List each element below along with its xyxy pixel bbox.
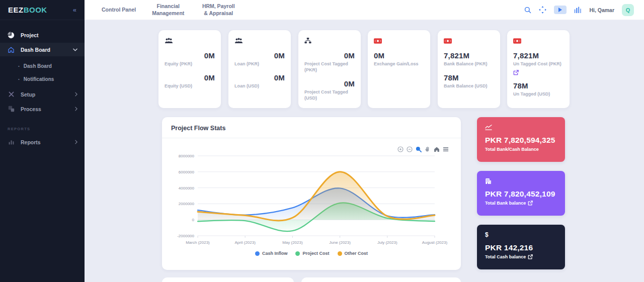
- external-link-icon[interactable]: [513, 68, 519, 77]
- svg-text:August (2023): August (2023): [422, 240, 448, 245]
- summary-value: PKR 7,820,594,325: [485, 136, 557, 145]
- svg-text:6000000: 6000000: [179, 170, 195, 174]
- svg-text:0: 0: [192, 218, 195, 222]
- metric-label: Loan (USD): [234, 83, 285, 89]
- chevron-right-icon: [75, 140, 77, 144]
- legend-item[interactable]: Other Cost: [338, 251, 368, 256]
- tools-icon: [7, 91, 15, 98]
- flow-chart-plot[interactable]: 80000006000000400000020000000-2000000Mar…: [166, 143, 457, 250]
- selection-zoom-icon[interactable]: [416, 146, 422, 152]
- legend-dot-icon: [295, 251, 300, 256]
- sidebar-item-label: Process: [21, 106, 41, 112]
- sidebar: EEZBOOK « Project Dash Board Dash Boar: [0, 0, 85, 282]
- metric-value: 7,821M: [444, 51, 494, 60]
- home-icon: [7, 46, 15, 53]
- legend-label: Project Cost: [302, 251, 329, 256]
- external-link-icon[interactable]: [528, 201, 533, 206]
- external-link-icon[interactable]: [528, 254, 533, 259]
- sidebar-item-label: Dash Board: [21, 47, 50, 53]
- metric-value: 0M: [165, 73, 215, 82]
- chart-title: Project Flow Stats: [162, 117, 461, 138]
- logo-text-accent: BOOK: [24, 6, 47, 14]
- sidebar-item-reports[interactable]: Reports: [0, 135, 85, 149]
- bank-building-icon: [485, 177, 557, 184]
- zoom-in-icon[interactable]: [397, 146, 404, 152]
- stat-card-project-cost-tagged: 0M Project Cost Tagged (PKR) 0M Project …: [298, 30, 361, 108]
- subitem-label: Dash Board: [24, 63, 52, 69]
- zoom-out-icon[interactable]: [407, 146, 413, 152]
- nav-financial-management[interactable]: Financial Management: [150, 3, 186, 16]
- legend-label: Cash Inflow: [262, 251, 288, 256]
- bar-chart-icon: [7, 139, 15, 145]
- metric-value: 0M: [304, 51, 355, 60]
- play-button[interactable]: [554, 6, 567, 14]
- chart-toolbar: [397, 146, 449, 152]
- metric-label: Project Cost Tagged (USD): [304, 89, 355, 101]
- metric-label: Exchange Gain/Loss: [374, 61, 424, 67]
- metric: 0M Equity (USD): [165, 73, 215, 89]
- sidebar-header: EEZBOOK «: [0, 0, 85, 20]
- user-greeting: Hi, Qamar: [589, 7, 614, 13]
- menu-icon[interactable]: [443, 146, 449, 152]
- search-icon[interactable]: [524, 7, 531, 14]
- sidebar-nav: Project Dash Board Dash Board Notificati…: [0, 20, 85, 149]
- metric-label: Bank Balance (PKR): [444, 61, 494, 67]
- metric-label: Project Cost Tagged (PKR): [304, 61, 355, 73]
- metric-value: 0M: [165, 51, 215, 60]
- legend-item[interactable]: Project Cost: [295, 251, 329, 256]
- chevron-down-icon: [73, 48, 77, 51]
- sidebar-collapse-icon[interactable]: «: [73, 6, 76, 14]
- svg-text:2000000: 2000000: [179, 202, 195, 206]
- logo-text-primary: EEZ: [8, 6, 24, 14]
- users-icon: [234, 37, 285, 45]
- nav-hrm-payroll[interactable]: HRM, Payroll & Appraisal: [200, 3, 236, 16]
- summary-value: PKR 142,216: [485, 243, 557, 252]
- bars-stats-icon[interactable]: [574, 7, 582, 13]
- nav-control-panel[interactable]: Control Panel: [102, 7, 136, 13]
- summary-label: Total Bank/Cash Balance: [485, 147, 557, 152]
- sidebar-subitem-notifications[interactable]: Notifications: [0, 72, 85, 85]
- metric-label: Bank Balance (USD): [444, 83, 494, 89]
- home-reset-icon[interactable]: [434, 146, 440, 152]
- metric-label: Equity (PKR): [165, 61, 215, 67]
- dashboard-submenu: Dash Board Notifications: [0, 57, 85, 87]
- metric-label: Loan (PKR): [234, 61, 285, 67]
- summary-card-total-bank: PKR 7,820,452,109 Total Bank balance: [477, 171, 565, 216]
- metric-value: 0M: [234, 51, 285, 60]
- metric: 78M Bank Balance (USD): [444, 73, 494, 89]
- metric: 7,821M Un Tagged Cost (PKR): [513, 51, 564, 77]
- pan-icon[interactable]: [425, 146, 431, 152]
- project-flow-stats-card: Project Flow Stats 800000060000004000000…: [162, 117, 461, 270]
- legend-item[interactable]: Cash Inflow: [255, 251, 288, 256]
- expand-arrows-icon[interactable]: [539, 6, 546, 14]
- legend-label: Other Cost: [345, 251, 368, 256]
- metric: 0M Project Cost Tagged (PKR): [304, 51, 355, 73]
- summary-label: Total Cash balance: [485, 254, 557, 259]
- sidebar-item-setup[interactable]: Setup: [0, 87, 85, 101]
- metric-value: 78M: [513, 81, 564, 90]
- sidebar-item-project[interactable]: Project: [0, 28, 85, 42]
- users-icon: [165, 37, 215, 45]
- svg-text:June (2023): June (2023): [329, 240, 351, 245]
- metric-label: Equity (USD): [165, 83, 215, 89]
- avatar[interactable]: Q: [622, 4, 634, 16]
- summary-label: Total Bank balance: [485, 201, 557, 206]
- sidebar-subitem-dashboard[interactable]: Dash Board: [0, 59, 85, 72]
- stat-card-bank-balance: 7,821M Bank Balance (PKR) 78M Bank Balan…: [438, 30, 500, 108]
- sidebar-item-label: Reports: [21, 139, 41, 145]
- subitem-label: Notifications: [24, 76, 54, 82]
- svg-text:May (2023): May (2023): [282, 240, 303, 245]
- summary-label-text: Total Cash balance: [485, 254, 526, 259]
- dollar-sign-icon: $: [485, 231, 557, 238]
- sidebar-item-process[interactable]: Process: [0, 102, 85, 116]
- summary-value: PKR 7,820,452,109: [485, 190, 557, 199]
- line-chart-icon: [485, 124, 557, 131]
- sidebar-item-label: Setup: [21, 91, 35, 98]
- svg-text:March (2023): March (2023): [186, 240, 210, 245]
- svg-text:July (2023): July (2023): [377, 240, 397, 245]
- metric: 0M Project Cost Tagged (USD): [304, 79, 355, 101]
- sidebar-item-dashboard[interactable]: Dash Board: [0, 43, 85, 56]
- sidebar-section-reports: REPORTS: [8, 127, 85, 131]
- metric-label: Un Tagged (USD): [513, 91, 564, 97]
- sidebar-item-label: Project: [21, 32, 39, 38]
